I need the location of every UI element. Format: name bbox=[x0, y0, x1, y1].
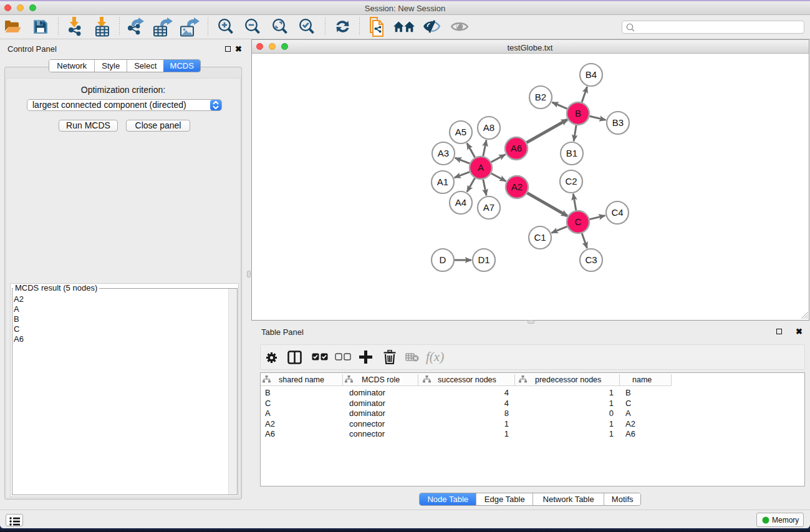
svg-text:B3: B3 bbox=[612, 117, 624, 128]
svg-text:C4: C4 bbox=[611, 207, 623, 218]
svg-text:B2: B2 bbox=[535, 92, 546, 102]
svg-text:C2: C2 bbox=[565, 176, 577, 186]
svg-text:A4: A4 bbox=[455, 197, 466, 208]
svg-text:D: D bbox=[440, 254, 446, 265]
svg-text:C3: C3 bbox=[585, 254, 597, 265]
svg-text:A8: A8 bbox=[483, 122, 494, 133]
svg-text:A6: A6 bbox=[511, 143, 522, 153]
svg-text:A: A bbox=[478, 162, 484, 173]
svg-text:B: B bbox=[575, 108, 581, 118]
svg-text:A1: A1 bbox=[437, 177, 448, 187]
svg-text:C: C bbox=[575, 216, 582, 227]
svg-text:A7: A7 bbox=[483, 202, 494, 213]
svg-text:B4: B4 bbox=[586, 69, 597, 80]
svg-text:D1: D1 bbox=[478, 254, 489, 265]
svg-text:C1: C1 bbox=[534, 232, 546, 243]
svg-text:A5: A5 bbox=[455, 127, 466, 137]
svg-text:A3: A3 bbox=[438, 148, 449, 158]
svg-text:B1: B1 bbox=[566, 148, 577, 158]
svg-text:A2: A2 bbox=[511, 181, 523, 192]
